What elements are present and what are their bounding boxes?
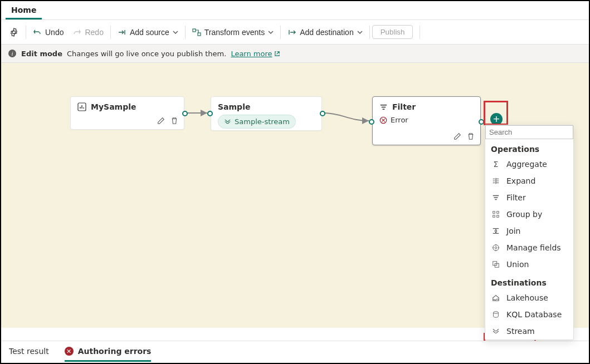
redo-button: Redo	[68, 26, 108, 39]
menu-stream[interactable]: Stream	[485, 323, 573, 340]
tab-label: Authoring errors	[78, 347, 152, 356]
node-title: Sample	[218, 102, 250, 111]
svg-point-15	[494, 312, 499, 314]
add-source-icon	[118, 28, 126, 37]
edit-icon[interactable]	[156, 116, 166, 126]
transform-label: Transform events	[204, 28, 265, 37]
menu-expand[interactable]: Expand	[485, 173, 573, 189]
svg-point-12	[495, 247, 497, 249]
add-destination-button[interactable]: Add destination	[283, 26, 367, 39]
search-input[interactable]	[485, 125, 573, 139]
svg-text:i: i	[11, 50, 13, 57]
redo-icon	[72, 28, 81, 37]
edit-icon[interactable]	[452, 131, 462, 141]
filter-icon	[379, 103, 388, 111]
publish-button: Publish	[372, 25, 413, 39]
info-icon: i	[8, 49, 17, 58]
chip-label: Sample-stream	[235, 117, 290, 126]
undo-icon	[33, 28, 42, 37]
menu-label: Group by	[506, 210, 542, 219]
node-title: Filter	[392, 102, 416, 111]
node-mysample[interactable]: MySample	[70, 96, 184, 130]
add-destination-label: Add destination	[300, 28, 354, 37]
info-bar: i Edit mode Changes will go live once yo…	[1, 45, 589, 63]
section-destinations: Destinations	[485, 273, 573, 289]
svg-rect-9	[493, 215, 495, 218]
menu-label: Expand	[506, 176, 535, 185]
tab-label: Test result	[9, 347, 49, 356]
tab-test-result[interactable]: Test result	[9, 342, 49, 362]
menu-lakehouse[interactable]: Lakehouse	[485, 289, 573, 306]
node-sample[interactable]: Sample Sample-stream	[211, 96, 322, 131]
tab-home[interactable]: Home	[6, 2, 42, 19]
gear-icon	[9, 27, 19, 37]
filter-icon	[491, 194, 501, 201]
menu-label: Lakehouse	[506, 293, 548, 302]
menu-label: Stream	[506, 327, 535, 336]
section-operations: Operations	[485, 139, 573, 156]
sigma-icon: Σ	[491, 160, 501, 169]
expand-icon	[491, 177, 501, 185]
menu-groupby[interactable]: Group by	[485, 206, 573, 223]
chevron-down-icon	[268, 29, 274, 35]
manage-fields-icon	[491, 244, 501, 252]
info-desc: Changes will go live once you publish th…	[67, 50, 226, 58]
union-icon	[491, 260, 501, 268]
error-badge-icon: ✕	[65, 347, 74, 356]
trash-icon[interactable]	[169, 116, 179, 126]
add-source-label: Add source	[130, 28, 169, 37]
groupby-icon	[491, 210, 501, 218]
menu-label: Union	[506, 260, 529, 269]
external-link-icon	[274, 51, 280, 57]
lakehouse-icon	[491, 294, 501, 302]
add-node-button[interactable]: +	[490, 113, 503, 125]
error-icon	[379, 116, 387, 124]
database-icon	[491, 311, 501, 318]
svg-rect-7	[493, 211, 495, 214]
menu-label: Aggregate	[506, 160, 547, 169]
port-out[interactable]	[182, 111, 188, 116]
stream-icon	[491, 327, 501, 335]
menu-label: Manage fields	[506, 243, 561, 252]
menu-join[interactable]: Join	[485, 223, 573, 239]
port-out[interactable]	[479, 119, 484, 125]
menu-manage-fields[interactable]: Manage fields	[485, 239, 573, 256]
learn-more-link[interactable]: Learn more	[231, 50, 280, 58]
redo-label: Redo	[85, 28, 103, 37]
menu-filter[interactable]: Filter	[485, 189, 573, 206]
top-tabs: Home	[1, 1, 589, 20]
transform-icon	[192, 28, 201, 37]
error-label: Error	[391, 116, 408, 124]
port-in[interactable]	[207, 111, 213, 116]
join-icon	[491, 227, 501, 235]
add-menu: Operations Σ Aggregate Expand Filter Gro…	[485, 125, 574, 340]
undo-label: Undo	[45, 28, 64, 37]
stream-icon	[224, 118, 231, 125]
bottom-tabs: Test result ✕ Authoring errors	[1, 341, 589, 363]
chevron-down-icon	[173, 29, 178, 35]
node-filter[interactable]: Filter Error	[372, 96, 481, 145]
menu-kql-database[interactable]: KQL Database	[485, 306, 573, 323]
plus-icon: +	[493, 115, 500, 124]
svg-rect-10	[497, 215, 499, 218]
toolbar: Undo Redo Add source Transform events Ad…	[1, 20, 589, 45]
menu-label: KQL Database	[506, 310, 562, 319]
chevron-down-icon	[357, 29, 363, 35]
menu-label: Join	[506, 227, 520, 235]
port-out[interactable]	[320, 111, 325, 116]
menu-aggregate[interactable]: Σ Aggregate	[485, 156, 573, 173]
barchart-icon	[77, 102, 86, 111]
tab-authoring-errors[interactable]: ✕ Authoring errors	[65, 342, 152, 362]
transform-events-button[interactable]: Transform events	[188, 26, 278, 39]
settings-button[interactable]	[4, 25, 23, 40]
menu-union[interactable]: Union	[485, 256, 573, 273]
add-source-button[interactable]: Add source	[113, 26, 183, 39]
port-in[interactable]	[369, 119, 374, 125]
add-destination-icon	[287, 28, 296, 37]
svg-rect-8	[497, 211, 499, 214]
svg-rect-0	[193, 29, 196, 32]
trash-icon[interactable]	[466, 131, 476, 141]
menu-label: Filter	[506, 193, 526, 202]
edit-mode-label: Edit mode	[21, 50, 62, 58]
undo-button[interactable]: Undo	[28, 26, 68, 39]
